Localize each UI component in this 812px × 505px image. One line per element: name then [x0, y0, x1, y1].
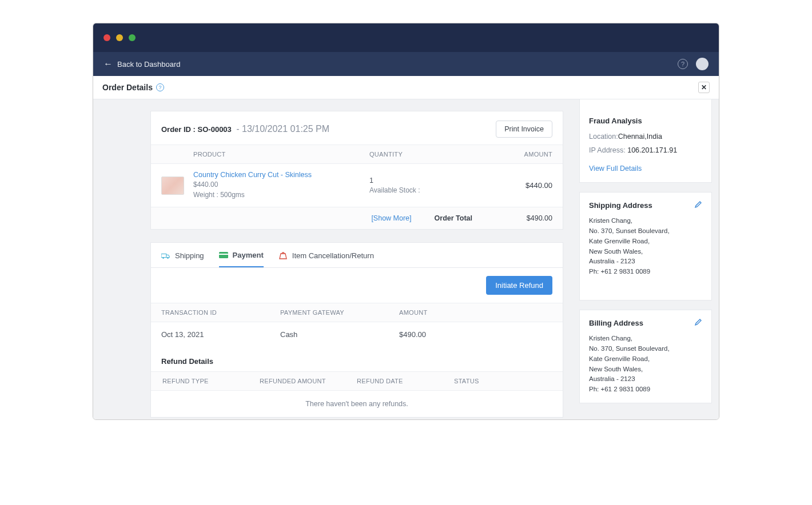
info-icon[interactable]: ?: [156, 83, 164, 91]
ship-line-2: No. 370, Sunset Boulevard,: [589, 226, 702, 237]
shipping-address-title: Shipping Address: [589, 201, 652, 210]
bill-line-6: Ph: +61 2 9831 0089: [589, 384, 702, 395]
close-window-dot[interactable]: [104, 34, 110, 41]
svg-rect-0: [161, 254, 166, 257]
window-titlebar: [93, 23, 719, 52]
order-id: Order ID : SO-00003: [161, 125, 232, 134]
maximize-window-dot[interactable]: [129, 34, 136, 41]
transaction-row: Oct 13, 2021 Cash $490.00: [151, 322, 563, 347]
product-weight: Weight : 500gms: [193, 190, 369, 200]
traffic-lights: [104, 34, 136, 41]
tab-cancellation[interactable]: Item Cancellation/Return: [278, 251, 374, 267]
cancel-return-icon: [278, 252, 288, 260]
shipping-icon: [161, 252, 170, 260]
product-qty: 1: [369, 177, 472, 185]
avatar[interactable]: [696, 58, 708, 70]
product-name-link[interactable]: Country Chicken Curry Cut - Skinless: [193, 171, 369, 179]
fraud-location-label: Location:: [589, 133, 618, 141]
refund-title: Refund Details: [151, 347, 563, 371]
refund-empty-message: There haven't been any refunds.: [151, 391, 563, 417]
shipping-address-body: Kristen Chang, No. 370, Sunset Boulevard…: [589, 216, 702, 277]
fraud-location-value: Chennai,India: [618, 133, 662, 141]
bill-line-3: Kate Grenville Road,: [589, 354, 702, 364]
fraud-ip-value: 106.201.171.91: [627, 146, 677, 154]
back-to-dashboard-link[interactable]: ← Back to Dashboard: [104, 59, 181, 69]
back-label: Back to Dashboard: [117, 60, 181, 69]
arrow-left-icon: ←: [104, 59, 113, 69]
order-header: Order ID : SO-00003 - 13/10/2021 01:25 P…: [151, 111, 563, 145]
product-amount: $440.00: [472, 181, 552, 190]
order-card: Order ID : SO-00003 - 13/10/2021 01:25 P…: [150, 111, 563, 230]
svg-point-2: [167, 257, 169, 259]
toolbar-right: ?: [678, 58, 708, 70]
bill-line-2: No. 370, Sunset Boulevard,: [589, 344, 702, 354]
ship-line-4: New South Wales,: [589, 247, 702, 257]
bill-line-1: Kristen Chang,: [589, 334, 702, 344]
page-title-wrap: Order Details ?: [102, 83, 164, 92]
app-toolbar: ← Back to Dashboard ?: [93, 52, 719, 76]
billing-address-body: Kristen Chang, No. 370, Sunset Boulevard…: [589, 334, 702, 395]
ship-line-3: Kate Grenville Road,: [589, 237, 702, 247]
edit-shipping-icon[interactable]: [694, 201, 702, 210]
col-tx-amount: AMOUNT: [399, 309, 518, 316]
bill-line-5: Australia - 2123: [589, 374, 702, 384]
svg-rect-3: [219, 252, 228, 258]
tab-payment[interactable]: Payment: [219, 251, 264, 267]
order-total-value: $490.00: [495, 214, 552, 222]
fraud-ip-label: IP Address:: [589, 146, 626, 154]
tab-shipping[interactable]: Shipping: [161, 251, 204, 267]
col-transaction-id: TRANSACTION ID: [161, 309, 280, 316]
tabs-card: Shipping Payment Item Cancellation/Retur…: [150, 242, 563, 418]
help-icon[interactable]: ?: [678, 59, 688, 69]
app-window: ← Back to Dashboard ? Order Details ? ✕ …: [93, 23, 719, 420]
product-stock: Available Stock :: [369, 186, 472, 194]
col-refund-amount: REFUNDED AMOUNT: [260, 378, 357, 384]
order-total-row: [Show More] Order Total $490.00: [151, 207, 563, 229]
page-title: Order Details: [102, 83, 153, 92]
product-table-head: PRODUCT QUANTITY AMOUNT: [151, 145, 563, 164]
minimize-window-dot[interactable]: [116, 34, 123, 41]
col-amount: AMOUNT: [472, 151, 552, 158]
col-refund-status: STATUS: [454, 378, 551, 384]
content-area: Order ID : SO-00003 - 13/10/2021 01:25 P…: [93, 99, 719, 419]
show-more-link[interactable]: [Show More]: [371, 214, 411, 222]
side-column: Fraud Analysis Location:Chennai,India IP…: [579, 111, 712, 419]
product-price: $440.00: [193, 179, 369, 190]
col-refund-date: REFUND DATE: [357, 378, 454, 384]
ship-line-5: Australia - 2123: [589, 256, 702, 267]
order-id-wrap: Order ID : SO-00003 - 13/10/2021 01:25 P…: [161, 124, 329, 134]
col-refund-type: REFUND TYPE: [162, 378, 260, 384]
tab-payment-label: Payment: [233, 251, 264, 259]
billing-address-card: Billing Address Kristen Chang, No. 370, …: [579, 310, 712, 403]
page-header: Order Details ? ✕: [93, 76, 719, 99]
product-row: Country Chicken Curry Cut - Skinless $44…: [151, 164, 563, 207]
tx-amount: $490.00: [399, 330, 518, 339]
billing-address-title: Billing Address: [589, 319, 643, 327]
edit-billing-icon[interactable]: [694, 318, 702, 328]
order-total-label: Order Total: [435, 214, 472, 222]
tabs: Shipping Payment Item Cancellation/Retur…: [151, 243, 563, 268]
tx-gateway: Cash: [280, 330, 399, 339]
fraud-ip: IP Address: 106.201.171.91: [589, 145, 702, 156]
product-thumbnail: [161, 177, 184, 195]
tx-date: Oct 13, 2021: [161, 330, 280, 339]
main-column: Order ID : SO-00003 - 13/10/2021 01:25 P…: [150, 111, 563, 419]
svg-rect-4: [219, 254, 228, 255]
print-invoice-button[interactable]: Print Invoice: [496, 121, 552, 138]
fraud-card: Fraud Analysis Location:Chennai,India IP…: [579, 99, 712, 183]
bill-line-4: New South Wales,: [589, 364, 702, 375]
close-button[interactable]: ✕: [698, 82, 710, 93]
ship-line-6: Ph: +61 2 9831 0089: [589, 267, 702, 277]
initiate-refund-button[interactable]: Initiate Refund: [486, 276, 552, 295]
col-quantity: QUANTITY: [369, 151, 472, 158]
refund-head: REFUND TYPE REFUNDED AMOUNT REFUND DATE …: [151, 371, 563, 391]
svg-point-1: [162, 257, 164, 259]
view-full-details-link[interactable]: View Full Details: [589, 163, 642, 174]
tab-actions: Initiate Refund: [151, 268, 563, 303]
tab-cancellation-label: Item Cancellation/Return: [292, 251, 374, 260]
payment-icon: [219, 251, 228, 259]
col-product: PRODUCT: [193, 151, 369, 158]
ship-line-1: Kristen Chang,: [589, 216, 702, 226]
col-gateway: PAYMENT GATEWAY: [280, 309, 399, 316]
shipping-address-card: Shipping Address Kristen Chang, No. 370,…: [579, 192, 712, 300]
